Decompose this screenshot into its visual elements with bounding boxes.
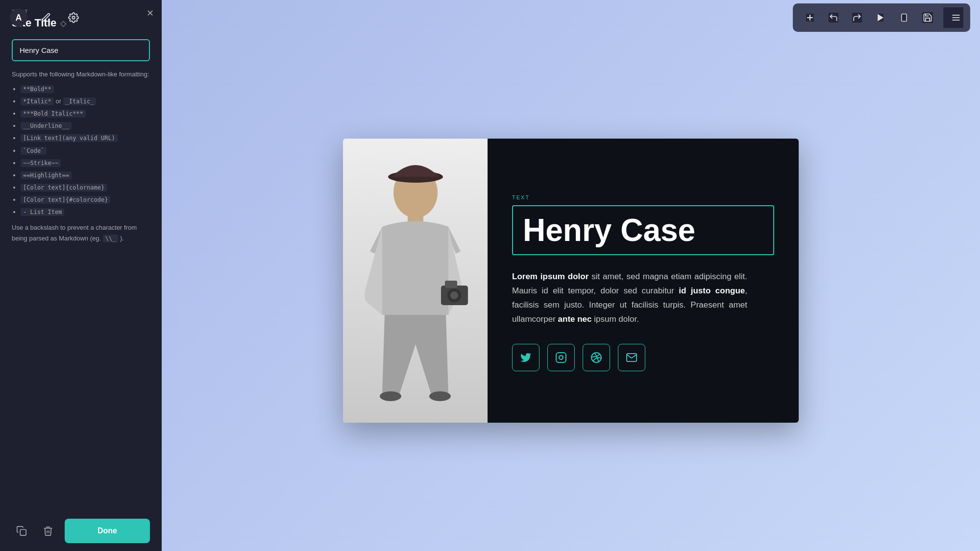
list-item: __Underline__	[21, 120, 150, 131]
dribbble-icon-button[interactable]	[583, 344, 610, 371]
list-item: - List Item	[21, 207, 150, 217]
svg-point-19	[380, 391, 401, 401]
toolbar: A	[0, 0, 980, 35]
svg-marker-3	[878, 14, 883, 22]
markdown-label: Supports the following Markdown-like for…	[12, 69, 150, 80]
save-button[interactable]	[917, 7, 938, 28]
add-button[interactable]	[800, 7, 820, 28]
redo-button[interactable]	[847, 7, 867, 28]
main-container: ✕ TEXT Site Title ◇ Supports the followi…	[0, 0, 980, 551]
list-item: ***Bold Italic***	[21, 108, 150, 119]
list-item: [Link text](any valid URL)	[21, 133, 150, 144]
twitter-icon-button[interactable]	[512, 344, 539, 371]
list-item: [Color text]{colorname}	[21, 182, 150, 193]
card-photo	[343, 139, 488, 423]
toolbar-left: A	[10, 9, 82, 26]
canvas-area: TEXT Henry Case Lorem ipsum dolor sit am…	[162, 0, 980, 551]
settings-icon[interactable]	[65, 9, 82, 26]
content-body: Lorem ipsum dolor sit amet, sed magna et…	[512, 270, 747, 327]
done-button[interactable]: Done	[65, 519, 150, 543]
list-item: *Italic* or _Italic_	[21, 96, 150, 107]
left-panel: ✕ TEXT Site Title ◇ Supports the followi…	[0, 0, 162, 551]
site-card: TEXT Henry Case Lorem ipsum dolor sit am…	[343, 139, 799, 423]
photo-background	[343, 139, 488, 423]
app-logo[interactable]: A	[10, 9, 27, 26]
play-button[interactable]	[870, 7, 891, 28]
card-content: TEXT Henry Case Lorem ipsum dolor sit am…	[488, 139, 799, 423]
delete-button[interactable]	[38, 521, 58, 541]
svg-point-20	[429, 391, 451, 401]
svg-rect-21	[556, 353, 566, 362]
backslash-note: Use a backslash to prevent a character f…	[12, 222, 150, 244]
markdown-info: Supports the following Markdown-like for…	[0, 61, 162, 256]
content-title: Henry Case	[523, 213, 763, 247]
markdown-list: **Bold** *Italic* or _Italic_ ***Bold It…	[12, 84, 150, 217]
text-input-area	[0, 34, 162, 61]
content-title-box[interactable]: Henry Case	[512, 205, 774, 255]
svg-point-0	[72, 16, 75, 19]
list-item: ~~Strike~~	[21, 158, 150, 168]
instagram-icon-button[interactable]	[547, 344, 575, 371]
toolbar-right-group	[793, 3, 970, 32]
duplicate-button[interactable]	[12, 521, 31, 541]
svg-rect-9	[20, 529, 26, 535]
list-item: `Code`	[21, 145, 150, 156]
content-section-label: TEXT	[512, 194, 774, 200]
email-icon-button[interactable]	[618, 344, 645, 371]
list-item: **Bold**	[21, 84, 150, 95]
svg-point-18	[450, 291, 458, 299]
svg-rect-16	[445, 281, 457, 288]
person-illustration	[343, 139, 488, 423]
menu-button[interactable]	[943, 7, 963, 28]
undo-button[interactable]	[823, 7, 844, 28]
list-item: ==Highlight==	[21, 170, 150, 181]
panel-footer: Done	[0, 511, 162, 551]
site-title-input[interactable]	[12, 39, 150, 61]
mobile-preview-button[interactable]	[894, 7, 914, 28]
pen-tool-icon[interactable]	[37, 9, 55, 26]
list-item: [Color text]{#colorcode}	[21, 194, 150, 205]
social-icons-row	[512, 344, 774, 371]
